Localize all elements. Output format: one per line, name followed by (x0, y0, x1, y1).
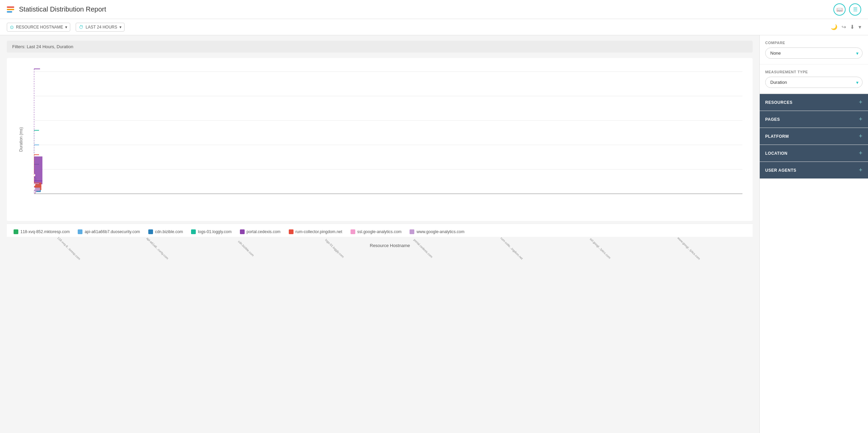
accordion-platform-header[interactable]: PLATFORM + (760, 128, 868, 145)
accordion-location: LOCATION + (760, 145, 868, 162)
x-label-3: cdn.bizible.com (194, 216, 279, 300)
boxplot-5 (34, 69, 42, 190)
page-title: Statistical Distribution Report (19, 5, 106, 13)
chart-container: Duration (ms) 5k 4k 3k 2k 1k (7, 58, 753, 221)
share-button[interactable]: ↪ (842, 24, 846, 30)
list-icon-button[interactable]: ☰ (849, 3, 861, 16)
accordion-user-agents-header[interactable]: USER AGENTS + (760, 162, 868, 178)
logo-icon (7, 6, 14, 13)
legend-color-1 (14, 229, 18, 234)
hostname-filter-button[interactable]: ⊙ RESOURCE HOSTNAME ▾ (7, 23, 70, 32)
compare-select-wrapper: None ▾ (765, 48, 863, 59)
x-label-8: www.googl...lytics.com (637, 216, 721, 300)
x-label-1: 118-xvq-8...toresp.com (17, 216, 101, 300)
clock-icon: ⏱ (79, 24, 83, 30)
accordion-location-plus-icon: + (859, 150, 863, 157)
x-label-4: logs-01.loggly.com (283, 216, 367, 300)
compare-select[interactable]: None (765, 48, 863, 59)
app-header: Statistical Distribution Report 📖 ☰ (0, 0, 868, 19)
theme-toggle-button[interactable]: 🌙 (831, 24, 837, 30)
accordion-resources-header[interactable]: RESOURCES + (760, 94, 868, 111)
compare-label: COMPARE (765, 41, 863, 45)
accordion-pages-plus-icon: + (859, 116, 863, 123)
accordion-user-agents-label: USER AGENTS (765, 168, 796, 173)
download-button[interactable]: ⬇ (850, 24, 854, 30)
download-chevron[interactable]: ▾ (858, 24, 861, 30)
filters-label: Filters: (12, 44, 25, 49)
accordion-platform-label: PLATFORM (765, 134, 789, 139)
time-filter-label: LAST 24 HOURS (86, 25, 117, 30)
header-left: Statistical Distribution Report (7, 5, 106, 13)
sidebar: COMPARE None ▾ MEASUREMENT TYPE Duration… (759, 35, 868, 433)
filter-hostname-icon: ⊙ (10, 24, 14, 30)
hostname-chevron-icon: ▾ (65, 25, 67, 30)
header-icons: 📖 ☰ (833, 3, 861, 16)
x-label-7: ssl.googl...lytics.com (549, 216, 633, 300)
accordion-user-agents-plus-icon: + (859, 167, 863, 174)
compare-section: COMPARE None ▾ (760, 35, 868, 64)
chart-area: Filters: Last 24 Hours, Duration Duratio… (0, 35, 759, 433)
accordion-resources-plus-icon: + (859, 99, 863, 106)
accordion-platform-plus-icon: + (859, 133, 863, 140)
measurement-select[interactable]: Duration (765, 77, 863, 88)
accordion-location-label: LOCATION (765, 151, 788, 156)
accordion-resources-label: RESOURCES (765, 100, 793, 105)
svg-point-53 (34, 187, 35, 190)
time-chevron-icon: ▾ (119, 25, 121, 30)
toolbar: ⊙ RESOURCE HOSTNAME ▾ ⏱ LAST 24 HOURS ▾ … (0, 19, 868, 35)
hostname-filter-label: RESOURCE HOSTNAME (16, 25, 63, 30)
x-label-6: rum-colle...ingdom.net (460, 216, 544, 300)
book-icon-button[interactable]: 📖 (833, 3, 846, 16)
x-label-5: portal.cedexis.com (372, 216, 456, 300)
toolbar-right: 🌙 ↪ ⬇ ▾ (831, 24, 861, 30)
toolbar-left: ⊙ RESOURCE HOSTNAME ▾ ⏱ LAST 24 HOURS ▾ (7, 23, 125, 32)
svg-rect-38 (34, 156, 42, 184)
x-label-2: api-a61a6...curity.com (106, 216, 190, 300)
measurement-section: MEASUREMENT TYPE Duration ▾ (760, 64, 868, 94)
filters-values: Last 24 Hours, Duration (27, 44, 73, 49)
filters-bar: Filters: Last 24 Hours, Duration (7, 41, 753, 53)
measurement-select-wrapper: Duration ▾ (765, 77, 863, 88)
time-filter-button[interactable]: ⏱ LAST 24 HOURS ▾ (76, 23, 124, 32)
accordion-user-agents: USER AGENTS + (760, 162, 868, 178)
accordion-resources: RESOURCES + (760, 94, 868, 111)
accordion-pages: PAGES + (760, 111, 868, 128)
main-layout: Filters: Last 24 Hours, Duration Duratio… (0, 35, 868, 433)
accordion-platform: PLATFORM + (760, 128, 868, 145)
measurement-label: MEASUREMENT TYPE (765, 70, 863, 74)
x-axis-labels: 118-xvq-8...toresp.com api-a61a6...curit… (34, 208, 742, 242)
y-axis-label: Duration (ms) (19, 127, 23, 152)
boxplot-chart: 5k 4k 3k 2k 1k 0 (34, 65, 742, 207)
accordion-pages-header[interactable]: PAGES + (760, 111, 868, 128)
accordion-location-header[interactable]: LOCATION + (760, 145, 868, 162)
accordion-pages-label: PAGES (765, 117, 780, 122)
